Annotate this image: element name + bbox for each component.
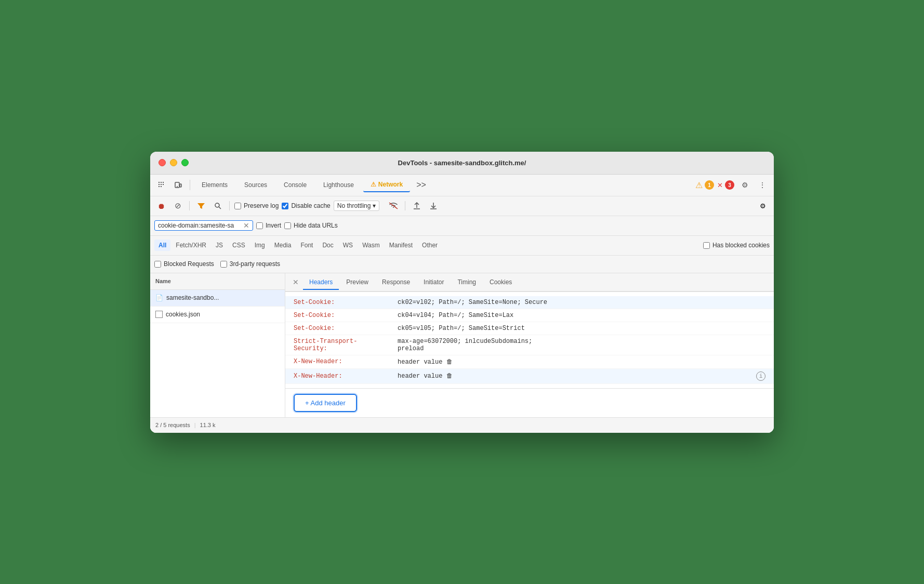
tab-elements[interactable]: Elements [194,178,235,192]
filter-tab-media[interactable]: Media [270,240,296,251]
tab-console[interactable]: Console [276,178,314,192]
filter-tab-all[interactable]: All [154,240,170,251]
settings-icon[interactable]: ⚙ [737,178,752,192]
statusbar: 2 / 5 requests | 11.3 k [150,417,774,433]
tab-lighthouse[interactable]: Lighthouse [316,178,361,192]
filter-tab-doc[interactable]: Doc [318,240,337,251]
file-checkbox-2 [155,311,163,318]
filter-icon[interactable] [194,199,208,213]
download-icon[interactable] [427,199,440,213]
detail-tab-timing[interactable]: Timing [451,275,482,289]
header-value-5: header value 🗑 [398,358,765,366]
table-row: Strict-Transport-Security: max-age=63072… [285,335,774,355]
tab-network[interactable]: ⚠ Network [363,178,410,192]
detail-tab-preview[interactable]: Preview [340,275,375,289]
file-item-2[interactable]: cookies.json [150,307,285,323]
filter-toolbar: ✕ Invert Hide data URLs [150,216,774,236]
preserve-log-label: Preserve log [244,202,279,209]
hide-data-urls-checkbox[interactable]: Hide data URLs [284,222,338,229]
invert-label: Invert [266,222,281,229]
third-party-checkbox[interactable]: 3rd-party requests [220,260,280,268]
header-name-6: X-New-Header: [294,373,398,380]
tab-sources[interactable]: Sources [237,178,274,192]
stop-recording-btn[interactable]: ⏺ [154,199,168,213]
minimize-button[interactable] [170,159,177,166]
has-blocked-checkbox[interactable] [703,242,710,249]
svg-rect-4 [163,182,164,183]
main-toolbar: Elements Sources Console Lighthouse ⚠ Ne… [150,175,774,196]
info-icon[interactable]: i [756,371,765,381]
svg-line-12 [219,207,221,209]
file-name-1: samesite-sandbo... [166,294,219,301]
disable-cache-checkbox[interactable]: Disable cache [282,202,330,209]
filter-tab-wasm[interactable]: Wasm [358,240,384,251]
clear-btn[interactable]: ⊘ [171,199,184,213]
maximize-button[interactable] [181,159,189,166]
traffic-lights [159,159,189,166]
throttle-chevron: ▾ [373,202,376,209]
more-options-icon[interactable]: ⋮ [755,178,770,192]
detail-close-btn[interactable]: ✕ [289,276,302,288]
separator [190,180,190,190]
header-actions: i [756,371,765,381]
add-header-area: + Add header [285,388,774,417]
header-name-2: Set-Cookie: [294,312,398,319]
detail-tab-cookies[interactable]: Cookies [483,275,518,289]
upload-icon[interactable] [410,199,424,213]
detail-tab-response[interactable]: Response [376,275,416,289]
detail-tab-headers[interactable]: Headers [303,275,339,290]
requests-count: 2 / 5 requests [155,422,190,428]
header-value-1: ck02=vl02; Path=/; SameSite=None; Secure [398,299,765,306]
filter-tab-img[interactable]: Img [250,240,269,251]
warning-count: 1 [705,180,714,190]
blocked-requests-label: Blocked Requests [164,260,214,268]
header-name-1: Set-Cookie: [294,299,398,306]
filter-tab-css[interactable]: CSS [228,240,249,251]
network-tab-label: Network [378,181,403,188]
file-item-1[interactable]: 📄 samesite-sandbo... [150,290,285,307]
filter-tab-js[interactable]: JS [212,240,227,251]
svg-rect-1 [159,184,160,185]
warning-badge-btn[interactable]: ⚠ 1 [695,180,714,190]
disable-cache-label: Disable cache [291,202,330,209]
has-blocked-label: Has blocked cookies [712,242,770,249]
cursor-icon[interactable] [154,178,169,192]
close-button[interactable] [159,159,166,166]
header-value-6: header value 🗑 [398,372,756,380]
filter-tab-fetch-xhr[interactable]: Fetch/XHR [171,240,210,251]
device-icon[interactable] [171,178,186,192]
invert-checkbox[interactable]: Invert [256,222,281,229]
filter-tab-other[interactable]: Other [418,240,442,251]
sep3 [405,201,405,210]
error-badge-btn[interactable]: ✕ 3 [717,180,734,190]
blocked-requests-checkbox[interactable]: Blocked Requests [154,260,214,268]
add-header-button[interactable]: + Add header [294,394,357,412]
header-value-2: ck04=vl04; Path=/; SameSite=Lax [398,312,765,319]
header-value-4: max-age=63072000; inlcudeSubdomains;prel… [398,338,765,352]
headers-content: Set-Cookie: ck02=vl02; Path=/; SameSite=… [285,292,774,388]
network-toolbar: ⏺ ⊘ Preserve log Disable c [150,196,774,216]
filter-tab-font[interactable]: Font [296,240,317,251]
detail-tabs: ✕ Headers Preview Response Initiator Tim… [285,273,774,292]
more-tabs-btn[interactable]: >> [412,178,430,192]
transfer-size: 11.3 k [200,422,216,428]
filter-tab-ws[interactable]: WS [339,240,357,251]
detail-panel: ✕ Headers Preview Response Initiator Tim… [285,273,774,417]
file-name-2: cookies.json [166,311,200,318]
toolbar-right: ⚠ 1 ✕ 3 ⚙ ⋮ [695,178,770,192]
throttle-label: No throttling [337,202,371,209]
window-title: DevTools - samesite-sandbox.glitch.me/ [398,159,526,167]
svg-rect-7 [161,186,162,187]
devtools-body: Elements Sources Console Lighthouse ⚠ Ne… [150,175,774,433]
detail-tab-initiator[interactable]: Initiator [417,275,450,289]
throttle-select[interactable]: No throttling ▾ [334,201,380,211]
filter-input[interactable] [158,222,241,229]
wifi-icon[interactable] [387,199,400,213]
preserve-log-checkbox[interactable]: Preserve log [234,202,279,209]
header-name-3: Set-Cookie: [294,325,398,332]
table-row: Set-Cookie: ck04=vl04; Path=/; SameSite=… [285,309,774,322]
filter-clear-btn[interactable]: ✕ [243,222,249,229]
search-icon[interactable] [211,199,225,213]
filter-tab-manifest[interactable]: Manifest [385,240,417,251]
network-settings-icon[interactable]: ⚙ [756,199,770,213]
